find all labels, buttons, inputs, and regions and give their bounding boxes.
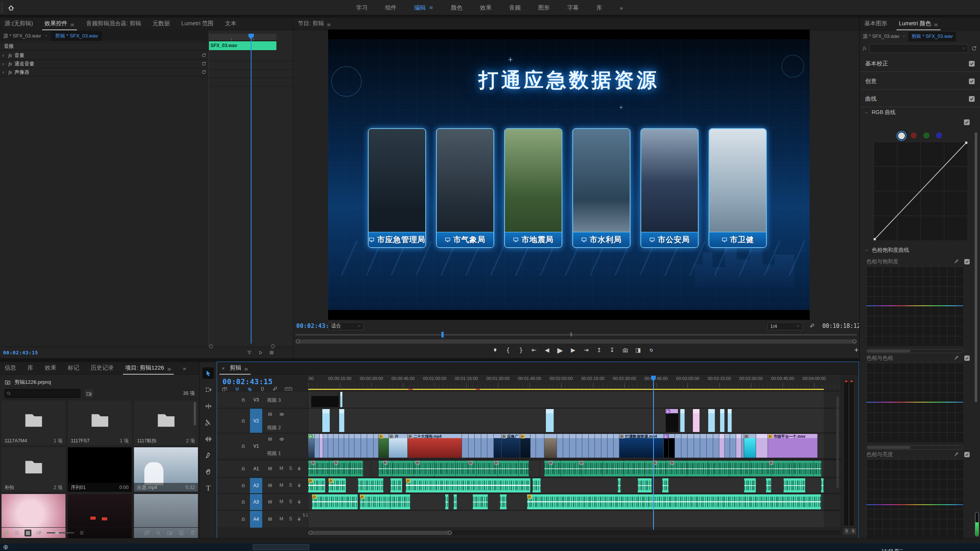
video-clip[interactable] [367, 434, 374, 458]
video-clip-片[interactable]: fx片 [389, 434, 408, 458]
audio-clip[interactable] [390, 494, 410, 509]
video-clip[interactable] [713, 434, 720, 458]
video-clip[interactable] [708, 409, 715, 432]
video-clip[interactable] [361, 434, 368, 458]
zoom-handle-left[interactable] [296, 339, 300, 343]
list-view-icon[interactable] [14, 530, 20, 536]
voiceover-mic-icon[interactable] [297, 517, 302, 522]
video-clip[interactable] [719, 434, 725, 458]
audio-clip[interactable]: fx [406, 478, 531, 492]
video-clip[interactable] [340, 392, 343, 407]
project-tab-5[interactable]: 项目: 剪辑1226 [125, 364, 172, 372]
menu-item-9[interactable]: » [620, 5, 623, 11]
audio-clip[interactable] [784, 478, 806, 492]
hue-graph-checkbox[interactable] [964, 259, 970, 264]
menu-item-2[interactable]: 编辑 [414, 4, 433, 11]
audio-clip[interactable] [744, 478, 756, 492]
reset-icon[interactable] [201, 70, 206, 75]
sync-lock-icon[interactable] [268, 517, 273, 522]
solo-button[interactable]: S [289, 483, 292, 488]
video-clip[interactable] [546, 409, 554, 432]
meter-solo-button[interactable]: S [850, 528, 856, 534]
ec-mini-ruler[interactable] [209, 34, 276, 41]
panel-menu-icon[interactable] [244, 367, 248, 372]
effect-controls-tab-3[interactable]: 元数据 [153, 20, 170, 27]
section-checkbox[interactable] [969, 78, 975, 84]
reset-icon[interactable] [201, 61, 206, 66]
ec-effect-row-2[interactable]: ›fx声像器 [0, 68, 209, 77]
add-marker-button[interactable] [489, 345, 501, 355]
track-lock-icon[interactable] [241, 517, 246, 522]
go-to-in-button[interactable]: ⇤ [528, 345, 540, 355]
mark-in-button[interactable]: { [502, 345, 514, 355]
audio-clip[interactable] [390, 478, 402, 492]
playback-resolution-dropdown[interactable]: 1/4 [768, 322, 803, 330]
audio-clip[interactable] [821, 478, 824, 492]
scrollbar-thumb[interactable] [308, 531, 452, 535]
audio-clip[interactable] [500, 494, 507, 509]
mark-out-button[interactable]: } [515, 345, 527, 355]
track-header-A3[interactable]: A3MS [217, 494, 308, 510]
meter-solo-button[interactable]: S [844, 528, 849, 534]
project-tab-3[interactable]: 标记 [68, 364, 79, 372]
go-to-out-button[interactable]: ⇥ [580, 345, 592, 355]
lumetri-section-1[interactable]: 创意 [860, 73, 980, 90]
video-clip[interactable] [494, 434, 501, 458]
video-clip[interactable] [339, 434, 344, 458]
hue-range-slider[interactable] [866, 349, 963, 353]
video-clip-二十大报告.mp4[interactable]: fx二十大报告.mp4 [408, 434, 462, 458]
rgb-curves-checkbox[interactable] [964, 119, 970, 125]
grid4-icon[interactable] [269, 350, 274, 355]
settings-wrench-icon[interactable] [809, 323, 815, 329]
track-output-eye-icon[interactable] [279, 437, 284, 442]
track-content-V3[interactable] [308, 391, 841, 408]
project-scrollbar-thumb[interactable] [194, 402, 196, 425]
track-name[interactable]: 视频 1 [267, 450, 281, 457]
video-clip[interactable]: fx [520, 434, 531, 458]
loop-button[interactable] [645, 345, 657, 355]
video-clip[interactable] [339, 409, 345, 432]
video-clip[interactable] [469, 434, 475, 458]
step-back-button[interactable]: ◀ [541, 345, 553, 355]
project-tab-2[interactable]: 效果 [45, 364, 56, 372]
video-clip[interactable] [582, 434, 589, 458]
video-clip[interactable]: fx [666, 409, 678, 432]
menu-item-5[interactable]: 音频 [509, 4, 521, 11]
video-clip-应急广[interactable]: fx应急广 [501, 434, 520, 458]
video-clip[interactable] [576, 434, 583, 458]
video-clip-市级平台一个.mov[interactable]: fx市级平台一个.mov [768, 434, 818, 458]
audio-clip[interactable]: fx [527, 494, 821, 509]
tool-slip[interactable] [203, 433, 214, 445]
video-clip[interactable] [707, 434, 713, 458]
video-clip[interactable] [315, 434, 320, 458]
ec-clip-sfx[interactable]: SFX_03.wav [209, 41, 276, 50]
tool-hand[interactable] [203, 466, 214, 478]
video-clip[interactable] [669, 434, 675, 458]
section-checkbox[interactable] [969, 61, 975, 67]
video-clip[interactable] [595, 434, 601, 458]
eyedropper-icon[interactable] [954, 259, 959, 264]
project-tab-1[interactable]: 库 [28, 364, 33, 372]
sort-icon[interactable] [79, 530, 84, 535]
audio-clip[interactable] [544, 461, 822, 476]
home-button[interactable] [5, 2, 17, 13]
lumetri-source-tab[interactable]: 源 * SFX_03.wav [863, 33, 899, 40]
program-tab-0[interactable]: 节目: 剪辑 [298, 20, 331, 27]
video-clip[interactable] [349, 434, 354, 458]
track-lock-icon[interactable] [241, 466, 246, 471]
track-lock-icon[interactable] [241, 443, 246, 448]
chevron-down-icon[interactable] [44, 34, 48, 38]
tool-type[interactable]: T [203, 483, 214, 494]
step-forward-button[interactable]: ▶ [567, 345, 579, 355]
audio-clip[interactable] [445, 494, 449, 509]
parent-folder-icon[interactable] [5, 379, 11, 385]
video-clip[interactable] [736, 434, 742, 458]
audio-clip[interactable] [766, 478, 771, 492]
track-content-V1[interactable]: fxfxfx片fx二十大报告.mp4fx应急广fxfx打通数据资源.mp4fxf… [308, 433, 841, 458]
track-header-V1[interactable]: V1视频 1 [217, 433, 308, 458]
video-clip[interactable] [557, 434, 564, 458]
video-clip[interactable] [481, 434, 488, 458]
project-item-1117A7M4[interactable]: 1117A7M41 项 [1, 400, 66, 446]
slider-knob[interactable] [55, 531, 59, 535]
mute-button[interactable]: M [279, 483, 283, 488]
